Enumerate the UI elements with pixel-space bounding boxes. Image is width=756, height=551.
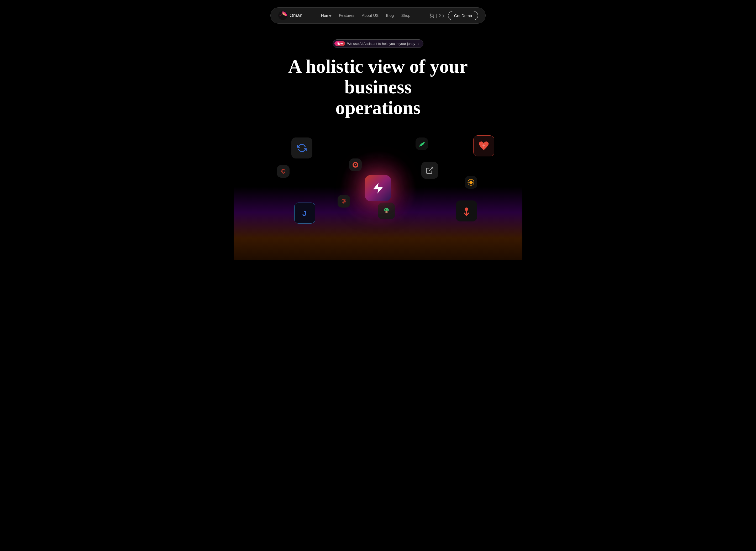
logo[interactable]: Oman <box>278 11 302 20</box>
nav-features[interactable]: Features <box>339 13 354 18</box>
export-svg <box>425 166 434 174</box>
svg-text:J: J <box>302 209 307 217</box>
cart-icon <box>429 13 434 18</box>
svg-point-2 <box>433 17 434 18</box>
logo-text: Oman <box>290 13 302 18</box>
lotus-sm-svg <box>280 168 287 175</box>
nav-blog[interactable]: Blog <box>386 13 394 18</box>
center-lightning-icon[interactable] <box>365 175 391 201</box>
get-demo-button[interactable]: Get Demo <box>448 11 478 20</box>
arrow-icon: › <box>418 42 419 46</box>
nav-about[interactable]: About US <box>362 13 379 18</box>
refresh-icon-box[interactable] <box>291 137 312 158</box>
svg-marker-3 <box>373 183 383 194</box>
mushroom-svg <box>382 207 391 215</box>
bulb-svg <box>467 179 475 186</box>
export-icon-box[interactable] <box>421 162 438 179</box>
svg-point-1 <box>431 17 431 18</box>
new-badge: New <box>334 41 345 46</box>
leaf-icon-box[interactable] <box>416 137 428 150</box>
svg-point-8 <box>283 173 284 173</box>
target-svg <box>352 161 359 168</box>
icons-field: J <box>234 134 522 244</box>
mushroom-icon-box[interactable] <box>378 202 395 219</box>
download-icon-box[interactable] <box>456 200 477 221</box>
refresh-svg <box>297 143 307 153</box>
nav-right: (2) Get Demo <box>429 11 478 20</box>
hero-title-line2: operations <box>336 97 420 118</box>
j-svg: J <box>300 208 310 218</box>
lotus2-icon-box[interactable] <box>338 195 350 207</box>
svg-point-14 <box>387 209 387 210</box>
svg-line-9 <box>429 167 433 171</box>
announcement-pill[interactable]: New We use AI Assistant to help you in y… <box>333 39 423 48</box>
svg-point-13 <box>385 209 386 210</box>
navbar: Oman Home Features About US Blog Shop (2… <box>270 7 486 24</box>
download-svg <box>461 206 472 216</box>
cart-button[interactable]: (2) <box>429 13 444 18</box>
nav-links: Home Features About US Blog Shop <box>321 13 411 18</box>
lightning-svg <box>371 181 385 195</box>
leaf-svg <box>418 140 425 147</box>
bulb-icon-box[interactable] <box>465 176 477 189</box>
nav-home[interactable]: Home <box>321 13 332 18</box>
hero-section: New We use AI Assistant to help you in y… <box>0 24 756 244</box>
cart-count: 2 <box>439 13 441 18</box>
lotus-small-icon-box[interactable] <box>277 165 290 178</box>
target-icon-box[interactable] <box>349 158 362 171</box>
lotus2-svg <box>340 198 347 205</box>
hero-title: A holistic view of your business operati… <box>278 56 478 119</box>
logo-icon <box>278 11 288 20</box>
j-icon-box[interactable]: J <box>294 202 315 223</box>
announcement-text: We use AI Assistant to help you in your … <box>347 42 415 46</box>
hero-title-line1: A holistic view of your business <box>288 56 468 98</box>
svg-point-7 <box>355 164 356 165</box>
heart-svg <box>478 141 489 151</box>
heart-icon-box[interactable] <box>473 135 494 156</box>
nav-shop[interactable]: Shop <box>401 13 410 18</box>
svg-point-11 <box>469 181 472 184</box>
